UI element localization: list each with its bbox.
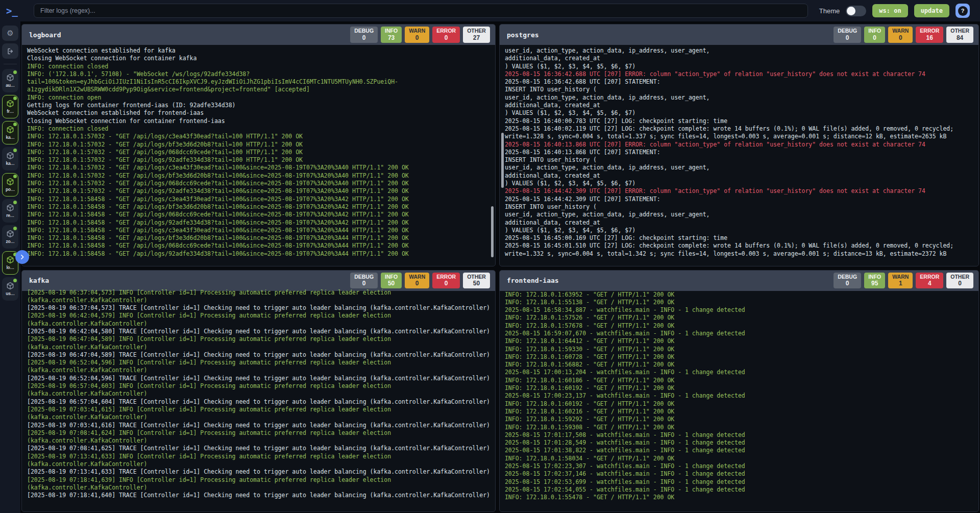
sidebar-expand-button[interactable] [15,250,29,264]
log-line: [2025-08-19 06:37:04,573] INFO [Controll… [27,289,495,297]
sidebar-container-re[interactable]: re… [2,199,18,223]
ws-status-button[interactable]: ws: on [872,4,908,17]
badge-other[interactable]: OTHER27 [463,27,490,43]
log-line: INFO: 172.18.0.1:58034 - "GET / HTTP/1.1… [505,455,978,462]
container-label: au… [6,83,15,88]
log-line: user_id, action_type, action_data, ip_ad… [505,164,978,172]
terminal-logo-icon[interactable]: >_ [6,5,27,16]
log-line: INFO: 172.18.0.1:59330 - "GET / HTTP/1.1… [505,346,978,353]
log-line: INFO: 172.18.0.1:63952 - "GET / HTTP/1.1… [505,291,978,299]
sidebar-container-us[interactable]: us… [2,277,18,301]
badge-label: DEBUG [354,28,374,34]
log-output-logboard[interactable]: WebSocket connection established for kaf… [22,45,495,266]
log-line: (kafka.controller.KafkaController) [27,297,495,304]
scrollbar-thumb[interactable] [491,206,494,257]
log-line: INFO: 172.18.0.1:58458 - "GET /api/logs/… [27,234,495,242]
badge-other[interactable]: OTHER0 [946,273,973,289]
log-output-postgres[interactable]: user_id, action_type, action_data, ip_ad… [500,45,978,266]
badge-debug[interactable]: DEBUG0 [350,27,378,43]
filter-input[interactable] [34,4,808,18]
container-cube-icon [6,74,14,82]
container-label: po… [6,187,15,192]
log-line: [2025-08-19 07:08:41,624] INFO [Controll… [27,429,495,437]
gear-icon: ⚙ [7,29,13,38]
log-line: [2025-08-19 07:13:41,633] INFO [Controll… [27,453,495,460]
badge-warn[interactable]: WARN0 [405,27,429,43]
panel-grid: logboardDEBUG0INFO73WARN0ERROR0OTHER27We… [20,21,980,513]
badge-info[interactable]: INFO0 [864,27,885,43]
log-line: [2025-08-19 07:18:41,640] TRACE [Control… [27,492,495,499]
log-line: INSERT INTO user_history ( [505,203,978,211]
container-label: ka… [6,161,14,166]
log-line: INFO: ('172.18.0.1', 57108) - "WebSocket… [27,70,495,78]
badge-count: 0 [838,34,857,41]
log-line: tail=100&token=eyJhbGciOiJIUzI1NiIsInR5c… [27,78,495,86]
badge-debug[interactable]: DEBUG0 [834,27,861,43]
badge-error[interactable]: ERROR16 [916,27,943,43]
sidebar-container-zo[interactable]: zo… [2,225,18,249]
log-line: WebSocket connection established for kaf… [27,47,495,55]
badge-label: ERROR [920,28,939,34]
app-root: >_ Theme ws: on update ? ⚙ [0,0,980,513]
question-icon: ? [958,6,968,16]
log-line: (kafka.controller.KafkaController) [27,367,495,374]
badge-count: 95 [868,280,881,287]
log-output-kafka[interactable]: [2025-08-19 06:37:04,573] INFO [Controll… [22,287,495,512]
badge-label: INFO [385,274,398,280]
badge-warn[interactable]: WARN1 [888,273,913,289]
log-line: INFO: 172.18.0.1:55138 - "GET / HTTP/1.1… [505,299,978,306]
log-line: [2025-08-19 06:37:04,573] TRACE [Control… [27,304,495,312]
log-line: INFO: 172.18.0.1:59308 - "GET / HTTP/1.1… [505,424,978,431]
sidebar-container-po[interactable]: po… [2,173,18,197]
scrollbar-thumb[interactable] [501,133,504,188]
update-button[interactable]: update [914,4,949,17]
log-line: ) VALUES ($1, $2, $3, $4, $5, $6, $7) [505,180,978,187]
badge-info[interactable]: INFO73 [381,27,402,43]
log-line: (kafka.controller.KafkaController) [27,390,495,398]
theme-toggle[interactable] [846,6,866,16]
badge-error[interactable]: ERROR4 [916,273,943,289]
badge-label: WARN [409,274,425,280]
log-line: INFO: 172.18.0.1:57032 - "GET /api/logs/… [27,164,495,172]
sidebar-container-ka[interactable]: ka… [2,121,18,144]
log-line: (kafka.controller.KafkaController) [27,320,495,328]
log-line: Closing WebSocket connection for contain… [27,55,495,62]
theme-toggle-knob [847,7,855,15]
sidebar-container-fr[interactable]: fr… [2,95,18,118]
panel-title: kafka [29,277,49,284]
log-line: INFO: 172.18.0.1:59292 - "GET / HTTP/1.1… [505,416,978,423]
badge-warn[interactable]: WARN0 [888,27,913,43]
panel-header-postgres: postgresDEBUG0INFO0WARN0ERROR16OTHER84 [500,25,978,45]
badge-label: ERROR [436,28,456,34]
log-line: [2025-08-19 06:47:04,589] TRACE [Control… [27,351,495,359]
log-line: 2025-08-15 17:02:23,307 - watchfiles.mai… [505,462,978,470]
badge-count: 0 [892,34,909,41]
badge-label: WARN [892,28,909,34]
log-line: INFO: 172.18.0.1:57032 - "GET /api/logs/… [27,187,495,195]
help-button[interactable]: ? [955,4,970,18]
sidebar-container-ka[interactable]: ka… [2,147,18,170]
badge-label: DEBUG [354,274,374,280]
sidebar-container-au[interactable]: au… [2,69,18,92]
log-line: INFO: 172.18.0.1:56882 - "GET / HTTP/1.1… [505,361,978,369]
topbar: >_ Theme ws: on update ? [0,0,980,21]
panel-title: frontend-iaas [507,277,559,284]
badge-error[interactable]: ERROR0 [432,27,460,43]
logout-button[interactable] [2,43,18,59]
badge-label: INFO [868,28,881,34]
log-line: INFO: 172.18.0.1:60728 - "GET / HTTP/1.1… [505,353,978,361]
badge-info[interactable]: INFO95 [864,273,885,289]
status-dot [13,201,17,204]
badge-debug[interactable]: DEBUG0 [834,273,861,289]
settings-button[interactable]: ⚙ [2,26,18,41]
badge-other[interactable]: OTHER84 [946,27,973,43]
main-area: ⚙ au…fr…ka…ka…po…re…zo…lo…us… logboardDE… [0,21,980,513]
badge-count: 27 [467,34,486,41]
log-line: ) VALUES ($1, $2, $3, $4, $5, $6, $7) [505,109,978,117]
log-line: [2025-08-19 07:18:41,639] INFO [Controll… [27,476,495,484]
badge-label: INFO [868,274,881,280]
log-line: [2025-08-19 07:03:41,615] INFO [Controll… [27,406,495,413]
logout-icon [7,47,14,55]
log-output-frontend-iaas[interactable]: INFO: 172.18.0.1:63952 - "GET / HTTP/1.1… [500,289,978,512]
log-line: INFO: connection open [27,94,495,102]
